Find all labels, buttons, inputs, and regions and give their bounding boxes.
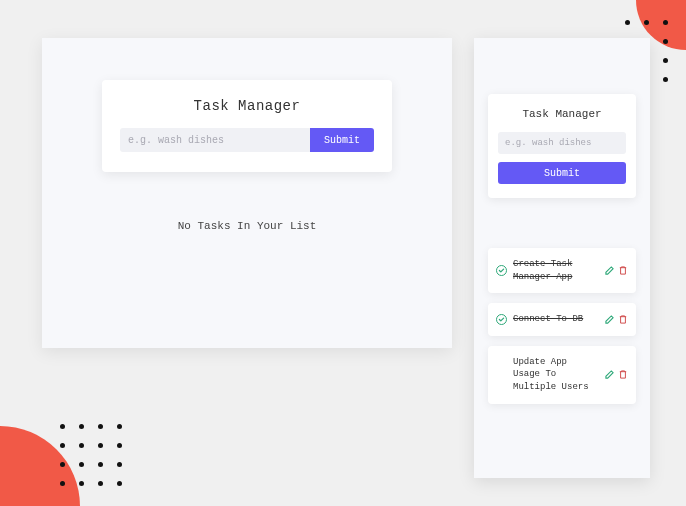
task-item: Connect To DB xyxy=(488,303,636,336)
mobile-view: Task Manager Submit Create Task Manager … xyxy=(474,38,650,478)
delete-button[interactable] xyxy=(618,314,628,324)
task-form-card: Task Manager Submit xyxy=(488,94,636,198)
task-item: Create Task Manager App xyxy=(488,248,636,293)
app-title: Task Manager xyxy=(498,108,626,120)
task-item: Update App Usage To Multiple Users xyxy=(488,346,636,404)
task-actions xyxy=(604,314,628,324)
task-text: Create Task Manager App xyxy=(513,258,598,283)
task-input[interactable] xyxy=(120,128,310,152)
task-text: Update App Usage To Multiple Users xyxy=(513,356,598,394)
edit-button[interactable] xyxy=(604,266,614,276)
edit-icon xyxy=(605,315,614,324)
edit-button[interactable] xyxy=(604,370,614,380)
submit-button[interactable]: Submit xyxy=(310,128,374,152)
task-form-card: Task Manager Submit xyxy=(102,80,392,172)
check-icon xyxy=(496,265,507,276)
delete-button[interactable] xyxy=(618,266,628,276)
input-row: Submit xyxy=(120,128,374,152)
app-title: Task Manager xyxy=(120,98,374,114)
trash-icon xyxy=(619,370,627,379)
task-text: Connect To DB xyxy=(513,313,598,326)
submit-button[interactable]: Submit xyxy=(498,162,626,184)
decorative-dots xyxy=(60,424,122,486)
empty-state-text: No Tasks In Your List xyxy=(42,220,452,232)
desktop-view: Task Manager Submit No Tasks In Your Lis… xyxy=(42,38,452,348)
task-actions xyxy=(604,370,628,380)
task-list: Create Task Manager AppConnect To DBUpda… xyxy=(488,248,636,404)
edit-icon xyxy=(605,370,614,379)
delete-button[interactable] xyxy=(618,370,628,380)
trash-icon xyxy=(619,266,627,275)
trash-icon xyxy=(619,315,627,324)
check-icon xyxy=(496,314,507,325)
task-input[interactable] xyxy=(498,132,626,154)
edit-icon xyxy=(605,266,614,275)
task-actions xyxy=(604,266,628,276)
edit-button[interactable] xyxy=(604,314,614,324)
